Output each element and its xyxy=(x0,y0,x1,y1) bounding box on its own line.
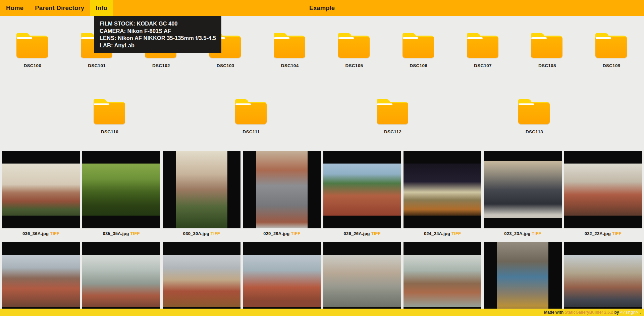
thumbnail-riverfront-buildings[interactable] xyxy=(163,242,240,316)
tiff-link[interactable]: TIFF xyxy=(291,231,300,236)
folder-icon xyxy=(377,99,409,124)
footer-period: . xyxy=(638,310,641,315)
thumbnail-city-panorama-church-spire[interactable] xyxy=(2,151,80,228)
folder-label: DSC111 xyxy=(243,129,260,134)
tiff-link[interactable]: TIFF xyxy=(532,231,541,236)
thumbnail-green-foliage[interactable] xyxy=(82,151,160,228)
tiff-link[interactable]: TIFF xyxy=(130,231,140,236)
thumbnail-crowd-on-bridge[interactable] xyxy=(484,151,561,228)
photo-placeholder xyxy=(497,242,548,316)
tooltip-line-lens: LENS: Nikon AF NIKKOR 35-135mm f/3.5-4.5 xyxy=(100,35,216,42)
gallery-cell xyxy=(323,242,401,316)
folder-icon-stripe xyxy=(274,37,289,39)
folder-item-dsc107[interactable]: DSC107 xyxy=(451,33,515,68)
folder-icon xyxy=(16,33,49,58)
image-filename: 035_35A.jpg xyxy=(103,231,130,236)
image-filename: 023_23A.jpg xyxy=(504,231,532,236)
folder-icon xyxy=(595,33,628,58)
image-filename: 022_22A.jpg xyxy=(585,231,612,236)
photo-placeholder xyxy=(564,164,642,216)
tiff-link[interactable]: TIFF xyxy=(211,231,220,236)
gallery-cell: 026_26A.jpg TIFF xyxy=(323,151,401,242)
photo-placeholder xyxy=(82,164,160,216)
folder-item-dsc100[interactable]: DSC100 xyxy=(1,33,64,68)
photo-placeholder xyxy=(243,255,321,307)
image-filename: 036_36A.jpg xyxy=(22,231,50,236)
folder-item-dsc105[interactable]: DSC105 xyxy=(322,33,386,68)
thumbnail-prague-castle-rooftops[interactable] xyxy=(2,242,80,316)
nav-info[interactable]: Info xyxy=(90,0,113,16)
thumbnail-city-rooftops-panorama[interactable] xyxy=(243,242,321,316)
tiff-link[interactable]: TIFF xyxy=(371,231,381,236)
footer-srgn-logo[interactable]: </srgn> xyxy=(620,310,639,315)
photo-placeholder xyxy=(484,161,561,218)
folder-label: DSC110 xyxy=(101,129,118,134)
gallery-cell xyxy=(2,242,80,316)
image-caption: 022_22A.jpg TIFF xyxy=(564,228,642,242)
tooltip-line-camera: CAMERA: Nikon F-801S AF xyxy=(100,28,216,35)
folder-icon xyxy=(235,99,267,124)
footer: Made with StaticGalleryBuilder 2.6.2 by … xyxy=(0,309,644,316)
folder-label: DSC105 xyxy=(345,63,363,68)
image-filename: 030_30A.jpg xyxy=(183,231,211,236)
folder-icon-stripe xyxy=(338,37,354,39)
gallery-page: DSC100DSC101DSC102DSC103DSC104DSC105DSC1… xyxy=(0,16,644,316)
thumbnail-misty-river-bridge-view[interactable] xyxy=(82,242,160,316)
tooltip-line-film-stock: FILM STOCK: KODAK GC 400 xyxy=(100,20,216,28)
folder-item-dsc109[interactable]: DSC109 xyxy=(580,33,643,68)
image-caption: 035_35A.jpg TIFF xyxy=(82,228,160,242)
folder-item-dsc113[interactable]: DSC113 xyxy=(502,99,566,134)
folder-label: DSC102 xyxy=(152,63,170,68)
folder-label: DSC109 xyxy=(603,63,621,68)
folder-item-dsc110[interactable]: DSC110 xyxy=(78,99,142,134)
image-caption: 036_36A.jpg TIFF xyxy=(2,228,80,242)
tiff-link[interactable]: TIFF xyxy=(50,231,59,236)
folder-label: DSC106 xyxy=(410,63,427,68)
folder-icon xyxy=(338,33,370,58)
folder-item-dsc111[interactable]: DSC111 xyxy=(219,99,283,134)
gallery-cell xyxy=(564,242,642,316)
tiff-link[interactable]: TIFF xyxy=(612,231,622,236)
folder-item-dsc112[interactable]: DSC112 xyxy=(361,99,425,134)
thumbnail-aerial-town-square[interactable] xyxy=(243,151,321,228)
folder-item-dsc108[interactable]: DSC108 xyxy=(515,33,579,68)
photo-placeholder xyxy=(256,151,308,228)
gallery-cell: 030_30A.jpg TIFF xyxy=(163,151,240,242)
tiff-link[interactable]: TIFF xyxy=(451,231,461,236)
folder-item-dsc106[interactable]: DSC106 xyxy=(387,33,450,68)
folder-label: DSC101 xyxy=(88,63,106,68)
thumbnail-hillside-trees-city-view[interactable] xyxy=(163,151,240,228)
folder-icon-stripe xyxy=(596,37,611,39)
nav-parent-directory[interactable]: Parent Directory xyxy=(29,0,90,16)
folder-icon-stripe xyxy=(94,103,109,105)
image-caption: 030_30A.jpg TIFF xyxy=(163,228,240,242)
info-tooltip: FILM STOCK: KODAK GC 400 CAMERA: Nikon F… xyxy=(94,16,221,53)
folder-icon-stripe xyxy=(235,103,251,105)
image-caption: 029_29A.jpg TIFF xyxy=(243,228,321,242)
folder-item-dsc104[interactable]: DSC104 xyxy=(258,33,322,68)
photo-placeholder xyxy=(323,164,401,216)
folder-label: DSC108 xyxy=(538,63,556,68)
folder-icon-stripe xyxy=(377,103,392,105)
folder-icon xyxy=(518,99,550,124)
thumbnail-tyn-church-night[interactable] xyxy=(404,151,481,228)
footer-builder-link[interactable]: StaticGalleryBuilder 2.6.2 xyxy=(565,310,613,315)
folder-label: DSC107 xyxy=(474,63,492,68)
image-caption: 026_26A.jpg TIFF xyxy=(323,228,401,242)
thumbnail-grid: 036_36A.jpg TIFF035_35A.jpg TIFF030_30A.… xyxy=(0,149,644,316)
thumbnail-charles-bridge-boat[interactable] xyxy=(323,242,401,316)
thumbnail-old-town-street-crowd[interactable] xyxy=(564,242,642,316)
folder-label: DSC103 xyxy=(217,63,234,68)
folder-icon-stripe xyxy=(531,37,547,39)
thumbnail-astronomical-clock[interactable] xyxy=(484,242,561,316)
thumbnail-castle-across-river[interactable] xyxy=(404,242,481,316)
folder-icon-stripe xyxy=(17,37,32,39)
gallery-cell: 036_36A.jpg TIFF xyxy=(2,151,80,242)
thumbnail-city-panorama-cathedral[interactable] xyxy=(564,151,642,228)
nav-home[interactable]: Home xyxy=(0,0,29,16)
folder-icon xyxy=(94,99,126,124)
thumbnail-red-rooftops-green-hill[interactable] xyxy=(323,151,401,228)
image-filename: 029_29A.jpg xyxy=(263,231,291,236)
footer-made-with: Made with xyxy=(544,310,565,315)
gallery-cell xyxy=(243,242,321,316)
